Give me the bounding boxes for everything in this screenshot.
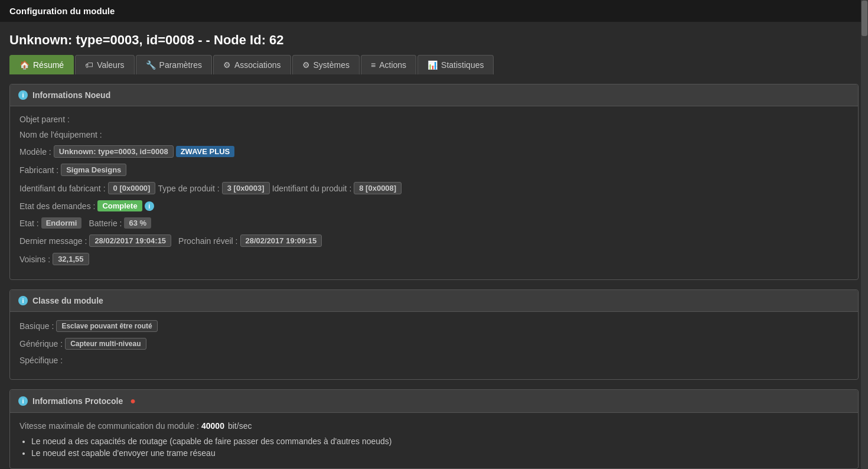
panel-protocole: i Informations Protocole ● Vitesse maxim… — [9, 389, 859, 469]
info-circle-icon: i — [18, 90, 28, 100]
associations-icon: ⚙ — [223, 60, 231, 70]
row-etat-batterie: Etat : Endormi Batterie : 63 % — [19, 217, 849, 229]
tab-statistiques[interactable]: 📊 Statistiques — [417, 55, 494, 74]
protocole-bullets: Le noeud a des capacités de routage (cap… — [19, 437, 849, 458]
objet-parent-label: Objet parent : — [19, 115, 70, 124]
tabs-bar: 🏠 Résumé 🏷 Valeurs 🔧 Paramètres ⚙ Associ… — [0, 55, 868, 74]
tab-resume-label: Résumé — [33, 60, 64, 70]
row-etat-demandes: Etat des demandes : Complete i — [19, 200, 849, 211]
tab-actions-label: Actions — [379, 60, 406, 70]
row-vitesse: Vitesse maximale de communication du mod… — [19, 421, 849, 431]
fabricant-value: Sigma Designs — [61, 164, 126, 176]
panel-classe: i Classe du module Basique : Esclave pou… — [9, 289, 859, 380]
panel-protocole-title: Informations Protocole — [32, 396, 123, 406]
specifique-label: Spécifique : — [19, 356, 63, 365]
tab-parametres-label: Paramètres — [159, 60, 202, 70]
bullet-item-0: Le noeud a des capacités de routage (cap… — [31, 437, 849, 446]
panel-node-header: i Informations Noeud — [10, 84, 858, 106]
row-voisins: Voisins : 32,1,55 — [19, 253, 849, 265]
vitesse-label: Vitesse maximale de communication du mod… — [19, 421, 199, 431]
row-specifique: Spécifique : — [19, 356, 849, 365]
top-bar: Configuration du module — [0, 0, 868, 22]
batterie-value: 63 % — [124, 217, 151, 229]
modele-label: Modèle : — [19, 147, 51, 157]
row-basique: Basique : Esclave pouvant être routé — [19, 320, 849, 332]
panel-node-body: Objet parent : Nom de l'équipement : Mod… — [10, 106, 858, 279]
resume-icon: 🏠 — [19, 60, 30, 70]
panel-classe-title: Classe du module — [32, 296, 103, 305]
etat-label: Etat : — [19, 219, 39, 228]
tab-actions[interactable]: ≡ Actions — [361, 55, 416, 74]
row-modele: Modèle : Unknown: type=0003, id=0008 ZWA… — [19, 145, 849, 158]
prochain-reveil-value: 28/02/2017 19:09:15 — [240, 234, 322, 247]
id-produit-value: 8 [0x0008] — [354, 182, 402, 194]
batterie-label: Batterie : — [89, 219, 122, 228]
tab-systemes[interactable]: ⚙ Systèmes — [292, 55, 360, 74]
bullet-item-1: Le noeud est capable d'envoyer une trame… — [31, 448, 849, 458]
actions-icon: ≡ — [371, 60, 376, 70]
tab-statistiques-label: Statistiques — [441, 60, 484, 70]
fabricant-label: Fabricant : — [19, 165, 58, 175]
nom-equipement-label: Nom de l'équipement : — [19, 130, 102, 139]
warning-icon: ● — [130, 396, 136, 406]
generique-label: Générique : — [19, 339, 63, 349]
panel-classe-header: i Classe du module — [10, 290, 858, 312]
type-produit-value: 3 [0x0003] — [222, 182, 270, 194]
tab-parametres[interactable]: 🔧 Paramètres — [136, 55, 212, 74]
row-nom-equipement: Nom de l'équipement : — [19, 130, 849, 139]
tab-resume[interactable]: 🏠 Résumé — [9, 55, 74, 74]
prochain-reveil-label: Prochain réveil : — [178, 236, 237, 246]
panel-node-title: Informations Noeud — [32, 90, 110, 100]
tab-valeurs-label: Valeurs — [97, 60, 124, 70]
top-bar-title: Configuration du module — [9, 6, 115, 16]
row-objet-parent: Objet parent : — [19, 115, 849, 124]
panel-node-info: i Informations Noeud Objet parent : Nom … — [9, 84, 859, 280]
row-generique: Générique : Capteur multi-niveau — [19, 338, 849, 350]
voisins-value: 32,1,55 — [53, 253, 89, 265]
info-circle-icon-2: i — [18, 296, 28, 305]
scrollbar-thumb[interactable] — [862, 1, 867, 36]
etat-demandes-value: Complete — [97, 200, 142, 211]
dernier-message-value: 28/02/2017 19:04:15 — [89, 234, 171, 247]
scrollbar-track[interactable] — [861, 0, 868, 469]
id-produit-label: Identifiant du produit : — [272, 184, 352, 193]
row-identifiants: Identifiant du fabricant : 0 [0x0000] Ty… — [19, 182, 849, 194]
etat-value: Endormi — [41, 217, 82, 229]
etat-demandes-info-icon[interactable]: i — [145, 201, 154, 211]
tab-valeurs[interactable]: 🏷 Valeurs — [75, 55, 134, 74]
type-produit-label: Type de produit : — [158, 184, 219, 193]
row-fabricant: Fabricant : Sigma Designs — [19, 164, 849, 176]
info-circle-icon-3: i — [18, 396, 28, 406]
id-fabricant-label: Identifiant du fabricant : — [19, 184, 106, 193]
generique-value: Capteur multi-niveau — [65, 338, 146, 350]
systemes-icon: ⚙ — [302, 60, 310, 70]
vitesse-unit: bit/sec — [228, 421, 252, 431]
row-messages: Dernier message : 28/02/2017 19:04:15 Pr… — [19, 234, 849, 247]
content-area: i Informations Noeud Objet parent : Nom … — [0, 84, 868, 469]
panel-protocole-header: i Informations Protocole ● — [10, 390, 858, 413]
tab-systemes-label: Systèmes — [314, 60, 350, 70]
voisins-label: Voisins : — [19, 255, 50, 264]
etat-demandes-label: Etat des demandes : — [19, 201, 95, 211]
basique-label: Basique : — [19, 321, 54, 331]
modele-badge: ZWAVE PLUS — [176, 146, 235, 157]
vitesse-value: 40000 — [201, 421, 224, 431]
panel-protocole-body: Vitesse maximale de communication du mod… — [10, 413, 858, 468]
id-fabricant-value: 0 [0x0000] — [108, 182, 156, 194]
statistiques-icon: 📊 — [428, 60, 438, 70]
page-title: Unknown: type=0003, id=0008 - - Node Id:… — [0, 22, 868, 55]
tab-associations[interactable]: ⚙ Associations — [213, 55, 291, 74]
parametres-icon: 🔧 — [146, 60, 156, 70]
basique-value: Esclave pouvant être routé — [56, 320, 157, 332]
dernier-message-label: Dernier message : — [19, 236, 87, 246]
tab-associations-label: Associations — [234, 60, 281, 70]
modele-value: Unknown: type=0003, id=0008 — [54, 145, 174, 158]
valeurs-icon: 🏷 — [85, 60, 93, 70]
panel-classe-body: Basique : Esclave pouvant être routé Gén… — [10, 312, 858, 379]
